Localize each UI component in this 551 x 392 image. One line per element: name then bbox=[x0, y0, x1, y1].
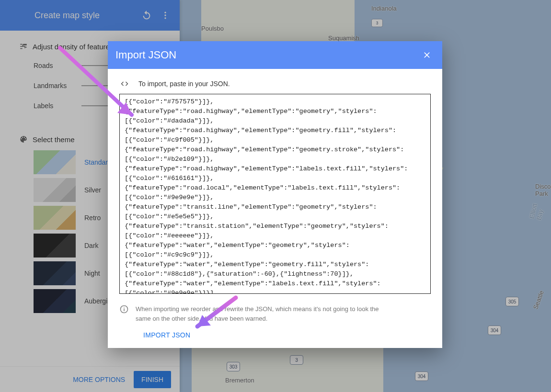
import-json-button[interactable]: IMPORT JSON bbox=[143, 331, 190, 339]
json-textarea[interactable] bbox=[119, 94, 431, 294]
dialog-title: Import JSON bbox=[115, 49, 176, 61]
dialog-warning: When importing we reorder and rewrite th… bbox=[136, 304, 390, 323]
close-icon[interactable] bbox=[422, 50, 432, 60]
code-icon bbox=[119, 79, 130, 88]
dialog-header: Import JSON bbox=[108, 41, 442, 69]
svg-point-5 bbox=[124, 307, 125, 308]
import-json-dialog: Import JSON To import, paste in your JSO… bbox=[108, 41, 442, 348]
info-icon bbox=[119, 304, 129, 314]
dialog-prompt: To import, paste in your JSON. bbox=[138, 80, 230, 88]
